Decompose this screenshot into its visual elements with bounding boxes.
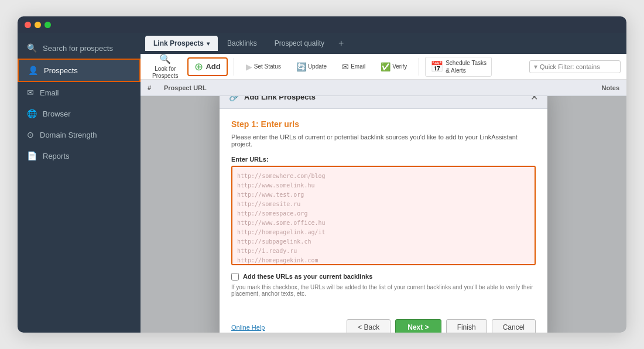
sidebar-item-label: Email xyxy=(40,88,59,97)
play-icon: ▶ xyxy=(246,62,252,71)
modal-body: Step 1: Enter urls Please enter the URLs… xyxy=(220,109,547,313)
url-label: Enter URLs: xyxy=(231,156,536,163)
sidebar-item-browser[interactable]: 🌐 Browser xyxy=(18,103,141,124)
chevron-down-icon: ▾ xyxy=(207,40,210,47)
modal-overlay: 🔗 Add Link Prospects ✕ Step 1: Enter url… xyxy=(141,96,626,333)
add-circle-icon: ⊕ xyxy=(194,60,203,73)
link-icon: 🔗 xyxy=(229,96,240,102)
divider xyxy=(234,58,234,76)
step-title: Step 1: Enter urls xyxy=(231,119,536,129)
table-header: # Prospect URL Notes xyxy=(141,80,626,96)
sidebar-item-label: Prospects xyxy=(44,66,78,75)
schedule-label: Schedule Tasks& Alerts xyxy=(446,59,487,74)
next-button[interactable]: Next > xyxy=(395,319,441,333)
add-as-backlinks-checkbox[interactable] xyxy=(231,273,239,280)
prospects-icon: 👤 xyxy=(28,66,38,75)
magnify-icon: 🔍 xyxy=(159,53,171,64)
look-for-prospects-button[interactable]: 🔍 Look forProspects xyxy=(146,52,184,81)
update-button[interactable]: 🔄 Update xyxy=(290,60,333,73)
sidebar-item-reports[interactable]: 📄 Reports xyxy=(18,145,141,166)
tabbar: Link Prospects ▾ Backlinks Prospect qual… xyxy=(141,33,626,54)
col-notes: Notes xyxy=(573,84,619,91)
calendar-icon: 📅 xyxy=(430,60,443,73)
footer-buttons: < Back Next > Finish Cancel xyxy=(347,319,536,333)
verify-button[interactable]: ✅ Verify xyxy=(375,60,413,73)
maximize-dot[interactable] xyxy=(44,22,51,28)
browser-icon: 🌐 xyxy=(27,109,37,118)
modal-header: 🔗 Add Link Prospects ✕ xyxy=(220,96,547,109)
modal-close-button[interactable]: ✕ xyxy=(530,96,538,102)
tab-add-button[interactable]: + xyxy=(334,36,348,51)
email-button[interactable]: ✉ Email xyxy=(336,60,371,73)
online-help-link[interactable]: Online Help xyxy=(231,324,265,331)
col-url: Prospect URL xyxy=(164,84,573,91)
cancel-button[interactable]: Cancel xyxy=(492,319,536,333)
search-input[interactable] xyxy=(540,63,616,70)
url-textarea[interactable] xyxy=(231,166,536,265)
col-num: # xyxy=(148,84,164,91)
sidebar: 🔍 Search for prospects 👤 Prospects ✉ Ema… xyxy=(18,33,141,333)
add-label: Add xyxy=(205,62,220,71)
footer-left: Online Help xyxy=(231,323,265,331)
search-icon: 🔍 xyxy=(27,43,37,53)
tab-prospect-quality[interactable]: Prospect quality xyxy=(266,36,333,51)
titlebar xyxy=(18,16,626,33)
reports-icon: 📄 xyxy=(27,151,37,160)
modal-title: 🔗 Add Link Prospects xyxy=(229,96,316,102)
back-button[interactable]: < Back xyxy=(347,319,390,333)
minimize-dot[interactable] xyxy=(35,22,41,28)
content-area: 🔗 Add Link Prospects ✕ Step 1: Enter url… xyxy=(141,96,626,333)
domain-strength-icon: ⊙ xyxy=(27,130,34,139)
modal-footer: Online Help < Back Next > Finish Cancel xyxy=(220,313,547,333)
sidebar-item-domain-strength[interactable]: ⊙ Domain Strength xyxy=(18,124,141,145)
sidebar-item-prospects[interactable]: 👤 Prospects xyxy=(18,59,141,82)
set-status-label: Set Status xyxy=(254,63,281,70)
add-link-prospects-modal: 🔗 Add Link Prospects ✕ Step 1: Enter url… xyxy=(220,96,547,333)
sidebar-item-label: Browser xyxy=(43,110,71,118)
schedule-tasks-button[interactable]: 📅 Schedule Tasks& Alerts xyxy=(425,57,492,77)
tab-backlinks[interactable]: Backlinks xyxy=(219,36,265,51)
modal-title-text: Add Link Prospects xyxy=(244,96,316,101)
sidebar-item-email[interactable]: ✉ Email xyxy=(18,82,141,103)
sidebar-item-label: Reports xyxy=(43,152,70,160)
window-controls xyxy=(25,22,51,28)
verify-icon: ✅ xyxy=(381,62,390,71)
checkbox-description: If you mark this checkbox, the URLs will… xyxy=(231,284,536,297)
sidebar-item-label: Search for prospects xyxy=(43,44,113,53)
search-filter-icon: ▾ xyxy=(534,63,537,71)
tab-label: Prospect quality xyxy=(275,39,324,47)
email-icon: ✉ xyxy=(27,88,34,97)
tab-label: Link Prospects xyxy=(153,39,204,47)
add-as-backlinks-row: Add these URLs as your current backlinks xyxy=(231,273,536,280)
set-status-button[interactable]: ▶ Set Status xyxy=(240,60,287,73)
add-button[interactable]: ⊕ Add xyxy=(187,57,227,76)
step-description: Please enter the URLs of current or pote… xyxy=(231,134,536,148)
email-icon: ✉ xyxy=(342,62,349,71)
checkbox-label: Add these URLs as your current backlinks xyxy=(243,273,372,280)
finish-button[interactable]: Finish xyxy=(446,319,487,333)
toolbar: 🔍 Look forProspects ⊕ Add ▶ Set Status xyxy=(141,54,626,80)
tab-label: Backlinks xyxy=(227,39,257,47)
tab-link-prospects[interactable]: Link Prospects ▾ xyxy=(145,36,218,51)
update-label: Update xyxy=(308,63,327,70)
look-for-prospects-label: Look forProspects xyxy=(152,66,178,80)
sidebar-item-label: Domain Strength xyxy=(40,131,97,139)
update-icon: 🔄 xyxy=(296,62,306,71)
divider2 xyxy=(419,58,419,76)
sidebar-item-search-for-prospects[interactable]: 🔍 Search for prospects xyxy=(18,37,141,59)
quick-filter-search[interactable]: ▾ xyxy=(529,60,621,73)
email-label: Email xyxy=(351,63,365,70)
close-dot[interactable] xyxy=(25,22,31,28)
verify-label: Verify xyxy=(392,63,407,70)
